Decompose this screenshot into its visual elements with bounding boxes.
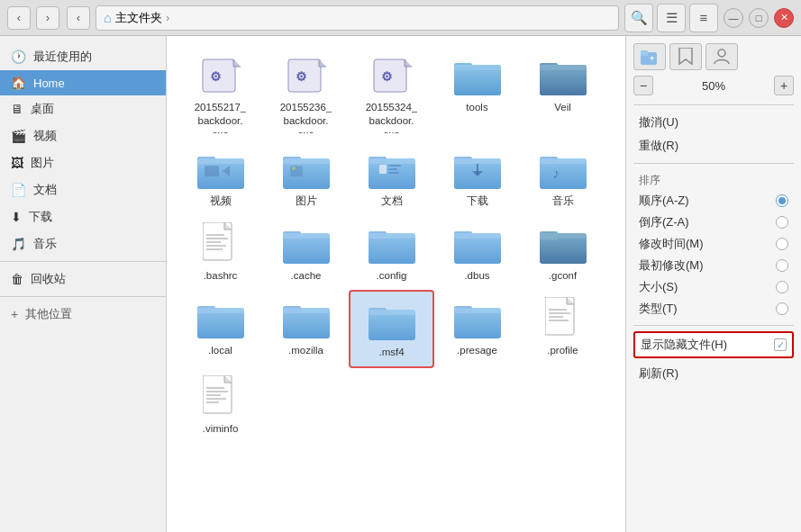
file-item-video-folder[interactable]: 视频 — [177, 140, 263, 215]
folder-icon-msf4 — [369, 299, 415, 342]
sidebar-item-other[interactable]: + 其他位置 — [0, 301, 166, 328]
svg-rect-30 — [283, 158, 330, 164]
view-toggle-button[interactable]: ☰ — [657, 4, 686, 32]
sort-option-za[interactable]: 倒序(Z-A) — [633, 212, 794, 233]
file-item-viminfo[interactable]: .viminfo — [177, 368, 263, 443]
sort-radio-type[interactable] — [776, 302, 788, 315]
new-folder-button[interactable]: + — [633, 43, 666, 70]
folder-icon-video — [197, 148, 244, 191]
file-item-local[interactable]: .local — [177, 290, 263, 368]
sidebar-item-home[interactable]: 🏠 Home — [0, 70, 166, 95]
file-item-download-folder[interactable]: 下载 — [434, 140, 520, 215]
file-item-tools[interactable]: tools — [434, 47, 520, 140]
back-button[interactable]: ‹ — [7, 6, 31, 30]
file-item-msf4[interactable]: .msf4 — [349, 290, 434, 368]
exe-icon-3: ⚙ — [369, 54, 415, 97]
sort-label-ctime: 最初修改(M) — [639, 257, 704, 274]
sidebar-item-video[interactable]: 🎬 视频 — [0, 122, 166, 149]
file-item-presage[interactable]: .presage — [434, 290, 520, 368]
file-item-mozilla[interactable]: .mozilla — [263, 290, 349, 368]
folder-icon-cache — [283, 222, 330, 266]
sidebar-label-trash: 回收站 — [31, 271, 66, 287]
file-item-veil[interactable]: Veil — [520, 47, 605, 140]
svg-rect-26 — [205, 166, 219, 176]
sort-option-size[interactable]: 大小(S) — [633, 276, 794, 298]
toolbar-right: 🔍 ☰ ≡ — [624, 4, 718, 32]
user-button[interactable] — [705, 43, 738, 70]
sort-option-ctime[interactable]: 最初修改(M) — [633, 255, 794, 276]
file-item-config[interactable]: .config — [349, 215, 434, 290]
file-item-backdoor1[interactable]: ⚙ 20155217_backdoor.exe — [177, 47, 263, 140]
sort-radio-az[interactable] — [776, 194, 788, 207]
zoom-plus-button[interactable]: + — [774, 76, 794, 95]
svg-rect-63 — [369, 233, 415, 239]
folder-icon-mozilla — [283, 297, 330, 340]
file-label-viminfo: .viminfo — [203, 422, 239, 436]
file-item-music-folder[interactable]: ♪ 音乐 — [520, 140, 605, 215]
file-item-bashrc[interactable]: .bashrc — [177, 215, 263, 290]
sidebar-item-picture[interactable]: 🖼 图片 — [0, 149, 166, 176]
search-button[interactable]: 🔍 — [624, 4, 653, 32]
sidebar-item-desktop[interactable]: 🖥 桌面 — [0, 95, 166, 122]
file-area: ⚙ 20155217_backdoor.exe ⚙ 20155236_backd… — [167, 36, 625, 532]
folder-icon-config — [369, 222, 415, 266]
file-item-picture-folder[interactable]: 图片 — [263, 140, 349, 215]
sort-option-mtime[interactable]: 修改时间(M) — [633, 233, 794, 255]
home-nav-icon: 🏠 — [11, 76, 26, 90]
svg-text:⚙: ⚙ — [381, 69, 393, 84]
file-item-profile[interactable]: .profile — [520, 290, 605, 368]
file-item-cache[interactable]: .cache — [263, 215, 349, 290]
close-button[interactable]: ✕ — [774, 8, 794, 28]
svg-rect-75 — [283, 308, 330, 313]
redo-button[interactable]: 重做(R) — [633, 134, 794, 158]
file-label-gconf: .gconf — [549, 269, 577, 283]
sidebar-item-trash[interactable]: 🗑 回收站 — [0, 266, 166, 293]
sidebar-item-recent[interactable]: 🕐 最近使用的 — [0, 43, 166, 70]
sort-radio-ctime[interactable] — [776, 259, 788, 272]
bookmark-button[interactable] — [669, 43, 702, 70]
sort-label-type: 类型(T) — [639, 301, 678, 317]
file-item-backdoor3[interactable]: ⚙ 20155324_backdoor.exe — [349, 47, 434, 140]
music-icon: 🎵 — [11, 237, 26, 251]
sidebar-item-document[interactable]: 📄 文档 — [0, 176, 166, 203]
forward-button[interactable]: › — [36, 6, 59, 30]
sort-option-az[interactable]: 顺序(A-Z) — [633, 190, 794, 212]
file-label-download-folder: 下载 — [467, 194, 488, 208]
maximize-button[interactable]: □ — [749, 8, 769, 28]
file-item-backdoor2[interactable]: ⚙ 20155236_backdoor.exe — [263, 47, 349, 140]
file-label-backdoor2: 20155236_backdoor.exe — [280, 101, 332, 133]
home-icon: ⌂ — [104, 10, 112, 25]
sort-section-title: 排序 — [633, 169, 794, 190]
nav-up-button[interactable]: ‹ — [67, 6, 90, 30]
sidebar-divider-2 — [0, 296, 166, 297]
zoom-minus-button[interactable]: − — [633, 76, 653, 95]
file-label-backdoor3: 20155324_backdoor.exe — [366, 101, 418, 133]
sort-radio-size[interactable] — [776, 281, 788, 293]
sort-option-type[interactable]: 类型(T) — [633, 298, 794, 320]
show-hidden-checkbox-row[interactable]: 显示隐藏文件(H) ✓ — [633, 331, 794, 358]
folder-icon-tools — [454, 54, 501, 97]
file-label-tools: tools — [466, 101, 487, 114]
folder-icon-picture — [283, 148, 330, 191]
sort-radio-za[interactable] — [776, 216, 788, 229]
file-item-doc-folder[interactable]: 文档 — [349, 140, 434, 215]
file-item-dbus[interactable]: .dbus — [434, 215, 520, 290]
file-label-bashrc: .bashrc — [204, 269, 238, 283]
svg-rect-22 — [540, 65, 587, 70]
sidebar-label-other: 其他位置 — [25, 306, 72, 322]
menu-button[interactable]: ≡ — [689, 4, 718, 32]
undo-button[interactable]: 撤消(U) — [633, 111, 794, 134]
folder-icon-doc — [369, 148, 415, 191]
file-item-gconf[interactable]: .gconf — [520, 215, 605, 290]
sidebar-item-music[interactable]: 🎵 音乐 — [0, 230, 166, 257]
desktop-icon: 🖥 — [11, 102, 23, 116]
svg-text:⚙: ⚙ — [210, 69, 222, 84]
minimize-button[interactable]: — — [724, 8, 743, 28]
show-hidden-label: 显示隐藏文件(H) — [641, 337, 727, 353]
sidebar-item-download[interactable]: ⬇ 下载 — [0, 203, 166, 230]
show-hidden-checkbox[interactable]: ✓ — [774, 338, 787, 351]
svg-text:⚙: ⚙ — [296, 69, 307, 84]
sort-radio-mtime[interactable] — [776, 238, 788, 250]
refresh-button[interactable]: 刷新(R) — [633, 362, 794, 385]
sidebar-divider — [0, 261, 166, 262]
